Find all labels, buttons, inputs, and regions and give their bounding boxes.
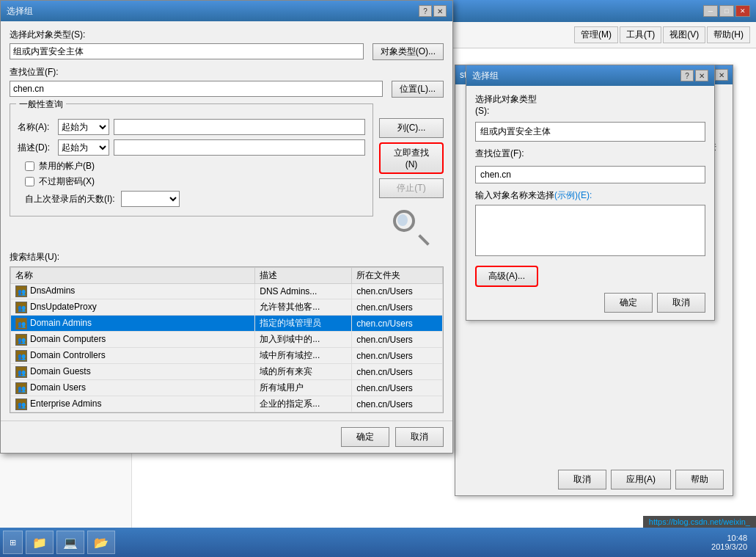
- disabled-label: 禁用的帐户(B): [39, 160, 95, 172]
- name-operator-select[interactable]: 起始为: [58, 119, 109, 135]
- row-desc: 允许替其他客...: [255, 299, 352, 316]
- ok-btn[interactable]: 确定: [341, 427, 389, 447]
- search-icon-area: [379, 203, 444, 247]
- location-section: 查找位置(F): 位置(L)...: [10, 66, 444, 98]
- ok2-dialog2-btn[interactable]: 确定: [604, 293, 653, 313]
- object-type-section: 选择此对象类型(S): 对象类型(O)...: [10, 29, 444, 60]
- select-group-dialog2: 选择组 ? ✕ 选择此对象类型(S): 组或内置安全主体 查找位置(F): ch…: [466, 65, 715, 321]
- object-type-label: 选择此对象类型(S):: [10, 29, 444, 41]
- row-folder: chen.cn/Users: [352, 348, 443, 364]
- disabled-checkbox-row: 禁用的帐户(B): [25, 160, 365, 172]
- row-desc: 该组的成员是...: [255, 412, 352, 414]
- name-label: 名称(A):: [18, 121, 58, 134]
- view-menu[interactable]: 视图(V): [663, 26, 705, 43]
- results-label: 搜索结果(U):: [10, 251, 444, 263]
- table-row[interactable]: 👥Domain Admins指定的域管理员chen.cn/Users: [11, 316, 443, 332]
- select-group-main-dialog: 选择组 ? ✕ 选择此对象类型(S): 对象类型(O)... 查找位置(F):: [0, 0, 453, 454]
- row-folder: chen.cn/Users: [352, 299, 443, 316]
- row-name: 👥DnsUpdateProxy: [11, 299, 255, 316]
- desc-operator-select[interactable]: 起始为: [58, 139, 109, 156]
- location-row2: 查找位置(F):: [475, 148, 705, 160]
- col-name-header: 名称: [11, 268, 255, 284]
- name-query-input[interactable]: [114, 119, 365, 135]
- location-input[interactable]: [10, 81, 383, 97]
- disabled-checkbox[interactable]: [25, 161, 34, 171]
- select-group-dialog2-title: 选择组: [472, 70, 499, 82]
- row-name: 👥Domain Admins: [11, 316, 255, 332]
- list-btn[interactable]: 列(C)...: [379, 118, 444, 138]
- row-name: 👥Domain Controllers: [11, 348, 255, 364]
- table-row[interactable]: 👥DnsUpdateProxy允许替其他客...chen.cn/Users: [11, 299, 443, 316]
- row-desc: 企业的指定系...: [255, 396, 352, 412]
- row-desc: 所有域用户: [255, 380, 352, 396]
- advanced-btn[interactable]: 高级(A)...: [475, 266, 538, 287]
- close-btn[interactable]: ✕: [735, 5, 750, 17]
- general-query-box: 一般性查询 名称(A): 起始为 描述(D): 起始为: [10, 103, 373, 216]
- days-select[interactable]: [121, 191, 180, 207]
- apply-btn[interactable]: 应用(A): [611, 470, 671, 489]
- row-folder: chen.cn/Users: [352, 380, 443, 396]
- taskbar-btn-1[interactable]: 📁: [26, 531, 54, 554]
- taskbar: ⊞ 📁 💻 📂 10:48 2019/3/20: [0, 528, 756, 557]
- minimize-btn[interactable]: ─: [703, 5, 718, 17]
- taskbar-btn-2[interactable]: 💻: [56, 531, 84, 554]
- no-expire-label: 不过期密码(X): [39, 175, 95, 188]
- select-group-main-title: 选择组: [7, 5, 33, 18]
- stop-btn[interactable]: 停止(T): [379, 178, 444, 198]
- row-desc: 域中所有域控...: [255, 348, 352, 364]
- table-row[interactable]: 👥Domain Guests域的所有来宾chen.cn/Users: [11, 364, 443, 380]
- general-query-area: 一般性查询 名称(A): 起始为 描述(D): 起始为: [10, 103, 444, 247]
- row-folder: chen.cn/Users: [352, 316, 443, 332]
- search-now-btn[interactable]: 立即查找(N): [379, 142, 444, 174]
- desc-query-input[interactable]: [114, 139, 365, 156]
- table-row[interactable]: 👥Enterprise Admins企业的指定系...chen.cn/Users: [11, 396, 443, 412]
- table-row[interactable]: 👥DnsAdminsDNS Admins...chen.cn/Users: [11, 284, 443, 299]
- main-dialog-help-btn[interactable]: ?: [419, 5, 432, 17]
- days-row: 自上次登录后的天数(I):: [25, 191, 365, 207]
- desc-query-row: 描述(D): 起始为: [18, 139, 365, 156]
- desc-label: 描述(D):: [18, 142, 58, 154]
- object-type-value2: 组或内置安全主体: [475, 122, 705, 142]
- object-type-input[interactable]: [10, 43, 364, 59]
- object-type-label2: 选择此对象类型(S):: [475, 93, 541, 116]
- row-folder: chen.cn/Users: [352, 332, 443, 348]
- days-label: 自上次登录后的天数(I):: [25, 193, 115, 205]
- start-btn[interactable]: ⊞: [3, 531, 23, 554]
- table-row[interactable]: 👥Enterprise Read-only Domain Controll...…: [11, 412, 443, 414]
- manage-menu[interactable]: 管理(M): [574, 26, 618, 43]
- select-group-dialog2-help[interactable]: ?: [680, 70, 694, 81]
- tools-menu[interactable]: 工具(T): [620, 26, 661, 43]
- table-row[interactable]: 👥Domain Controllers域中所有域控...chen.cn/User…: [11, 348, 443, 364]
- select-group-dialog2-content: 选择此对象类型(S): 组或内置安全主体 查找位置(F): chen.cn 输入…: [466, 86, 714, 320]
- cancel-btn[interactable]: 取消: [395, 427, 444, 447]
- row-name: 👥DnsAdmins: [11, 284, 255, 299]
- object-type-btn[interactable]: 对象类型(O)...: [373, 43, 444, 60]
- location-btn[interactable]: 位置(L)...: [392, 81, 444, 98]
- example-link[interactable]: (示例)(E):: [554, 190, 592, 200]
- help-menu[interactable]: 帮助(H): [707, 26, 750, 43]
- cancel2-dialog2-btn[interactable]: 取消: [657, 293, 705, 313]
- row-folder: chen.cn/Users: [352, 396, 443, 412]
- help2-btn[interactable]: 帮助: [675, 470, 724, 489]
- row-name: 👥Domain Users: [11, 380, 255, 396]
- results-container[interactable]: 名称 描述 所在文件夹 👥DnsAdminsDNS Admins...chen.…: [10, 266, 444, 413]
- taskbar-clock: 10:48 2019/3/20: [711, 534, 753, 551]
- select-group-dialog2-close[interactable]: ✕: [695, 70, 708, 81]
- row-name: 👥Domain Guests: [11, 364, 255, 380]
- main-dialog-close-btn[interactable]: ✕: [433, 5, 447, 17]
- main-dialog-footer: 确定 取消: [1, 421, 452, 453]
- student2-close-btn[interactable]: ✕: [715, 69, 728, 81]
- row-desc: DNS Admins...: [255, 284, 352, 299]
- taskbar-btn-3[interactable]: 📂: [87, 531, 115, 554]
- location-value2: chen.cn: [475, 166, 705, 183]
- table-row[interactable]: 👥Domain Users所有域用户chen.cn/Users: [11, 380, 443, 396]
- object-name-input2[interactable]: [475, 205, 705, 256]
- table-row[interactable]: 👥Domain Computers加入到域中的...chen.cn/Users: [11, 332, 443, 348]
- taskbar-items: ⊞ 📁 💻 📂: [3, 531, 115, 554]
- row-folder: chen.cn/Users: [352, 284, 443, 299]
- no-expire-checkbox-row: 不过期密码(X): [25, 175, 365, 188]
- no-expire-checkbox[interactable]: [25, 177, 34, 186]
- maximize-btn[interactable]: □: [719, 5, 734, 17]
- right-action-buttons: 列(C)... 立即查找(N) 停止(T): [379, 103, 444, 247]
- cancel2-btn[interactable]: 取消: [558, 470, 606, 489]
